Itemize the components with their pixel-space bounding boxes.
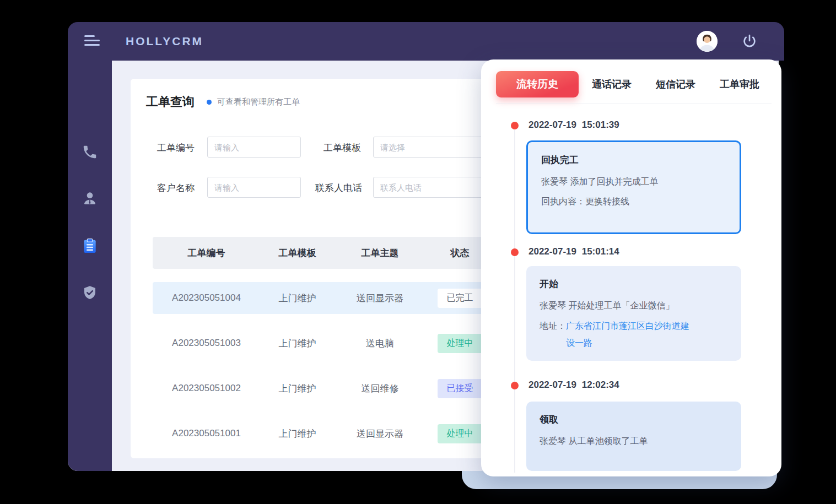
sidebar-item-security[interactable] [68, 281, 112, 306]
menu-icon[interactable] [84, 35, 101, 47]
address-link[interactable]: 广东省江门市蓬江区白沙街道建设一路 [566, 317, 691, 351]
address-label: 地址： [540, 317, 566, 351]
stage: 工单查询 可查看和管理所有工单 工单编号 工单模板 客户名称 联系人电话 工单编… [0, 0, 836, 504]
sidebar-item-contacts[interactable] [68, 187, 112, 212]
page-title: 工单查询 [146, 94, 195, 110]
status-badge: 处理中 [438, 334, 483, 353]
timeline-timestamp: 2022-07-19 15:01:39 [528, 120, 619, 131]
title-dot-icon [207, 100, 212, 105]
timeline-line [514, 130, 515, 473]
timeline-dot-icon [511, 382, 519, 389]
security-shield-icon [82, 284, 98, 303]
timeline-dot-icon [511, 122, 519, 129]
timeline-card-title: 领取 [540, 413, 728, 426]
status-badge: 处理中 [438, 424, 483, 443]
timeline-timestamp: 2022-07-19 15:01:14 [528, 246, 619, 257]
tab-sms-records[interactable]: 短信记录 [656, 78, 695, 91]
sidebar-item-workorders-active[interactable] [68, 235, 112, 259]
history-panel: 流转历史 通话记录 短信记录 工单审批 2022-07-19 15:01:39 … [481, 59, 781, 476]
customer-name-input[interactable] [207, 177, 301, 198]
tab-call-records[interactable]: 通话记录 [592, 78, 632, 91]
timeline-card-completed: 回执完工 张爱琴 添加了回执并完成工单 回执内容：更换转接线 [526, 140, 741, 234]
timeline-dot-icon [511, 248, 519, 256]
avatar[interactable] [697, 31, 718, 52]
timeline-card-line: 回执内容：更换转接线 [541, 192, 726, 212]
tab-order-approval[interactable]: 工单审批 [720, 78, 759, 91]
filter-label-phone: 联系人电话 [315, 182, 362, 194]
contact-icon [81, 189, 99, 209]
timeline-card-line: 张爱琴 添加了回执并完成工单 [541, 172, 726, 192]
filter-label-template: 工单模板 [323, 142, 361, 154]
timeline-card-line: 张爱琴 从工单池领取了工单 [540, 431, 728, 451]
brand-logo: HOLLYCRM [126, 35, 203, 48]
panel-tabs: 流转历史 通话记录 短信记录 工单审批 [496, 71, 759, 97]
tabs-divider [496, 104, 772, 104]
phone-icon [82, 144, 98, 162]
status-badge: 已接受 [438, 379, 483, 398]
filter-label-order-id: 工单编号 [157, 142, 195, 154]
timeline-card-line: 张爱琴 开始处理工单「企业微信」 [540, 296, 728, 316]
topbar: HOLLYCRM [68, 22, 784, 61]
col-header-subject: 工单主题 [335, 247, 425, 259]
timeline-card-title: 回执完工 [541, 154, 726, 166]
power-icon[interactable] [741, 33, 758, 50]
workorder-clipboard-icon [81, 237, 99, 257]
timeline-card-title: 开始 [540, 278, 728, 290]
filter-label-customer: 客户名称 [157, 182, 195, 194]
sidebar-item-phone[interactable] [68, 141, 112, 165]
col-header-template: 工单模板 [260, 247, 335, 259]
page-subtitle: 可查看和管理所有工单 [217, 97, 300, 107]
order-id-input[interactable] [207, 137, 301, 158]
col-header-order-id: 工单编号 [153, 247, 260, 259]
status-badge: 已完工 [438, 289, 483, 308]
template-select[interactable] [373, 137, 483, 158]
timeline-timestamp: 2022-07-19 12:02:34 [528, 380, 619, 391]
tab-transfer-history[interactable]: 流转历史 [496, 71, 579, 97]
timeline-card-start: 开始 张爱琴 开始处理工单「企业微信」 地址： 广东省江门市蓬江区白沙街道建设一… [526, 266, 741, 361]
timeline-card-claimed: 领取 张爱琴 从工单池领取了工单 [526, 402, 741, 471]
contact-phone-input[interactable] [373, 177, 483, 198]
sidebar [68, 61, 112, 471]
